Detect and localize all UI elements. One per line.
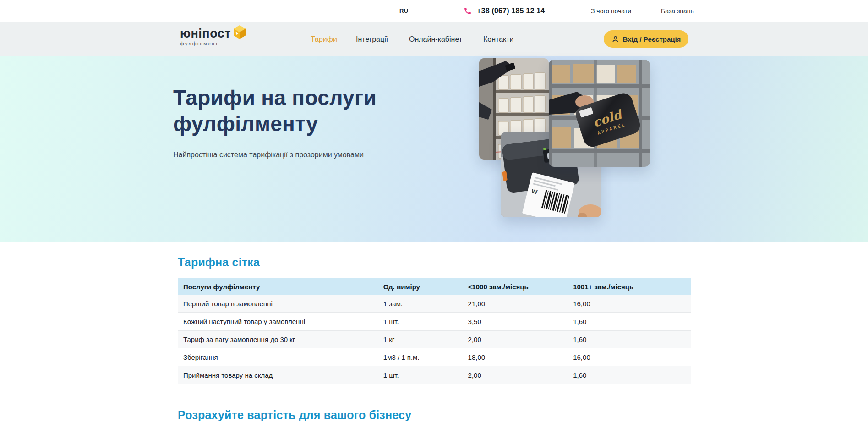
table-row: Перший товар в замовленні 1 зам. 21,00 1… (178, 295, 691, 313)
logo[interactable]: юніпост фулфілмент (180, 27, 249, 53)
table-row: Кожний наступний товар у замовленні 1 шт… (178, 313, 691, 331)
pricing-section-title: Тарифна сітка (178, 256, 260, 269)
phone-icon (464, 7, 472, 15)
cell-unit: 1 зам. (378, 295, 463, 313)
hero-subtitle: Найпростіша система тарифікації з прозор… (173, 151, 364, 159)
nav-online-cabinet[interactable]: Онлайн-кабінет (409, 22, 462, 56)
cell-service: Кожний наступний товар у замовленні (178, 313, 378, 331)
nav-contacts[interactable]: Контакти (483, 22, 514, 56)
package-scanning-photo: cold APPAREL (549, 60, 650, 167)
cell-service: Тариф за вагу замовлення до 30 кг (178, 331, 378, 348)
topbar-link-getting-started[interactable]: З чого почати (591, 0, 631, 22)
col-header-unit: Од. виміру (378, 278, 463, 295)
table-row: Тариф за вагу замовлення до 30 кг 1 кг 2… (178, 331, 691, 348)
topbar: RU +38 (067) 185 12 14 З чого почати Баз… (0, 0, 868, 22)
cell-service: Зберігання (178, 348, 378, 366)
phone-link[interactable]: +38 (067) 185 12 14 (464, 0, 545, 22)
main-header: юніпост фулфілмент Тарифи Інтеграції Онл… (0, 22, 868, 56)
logo-cube-icon (232, 24, 247, 40)
col-header-under-1000: <1000 зам./місяць (463, 278, 568, 295)
cell-price-low: 2,00 (463, 366, 568, 384)
nav-integrations[interactable]: Інтеграції (356, 22, 388, 56)
table-row: Зберігання 1м3 / 1 п.м. 18,00 16,00 (178, 348, 691, 366)
user-icon (611, 35, 619, 43)
table-row: Приймання товару на склад 1 шт. 2,00 1,6… (178, 366, 691, 384)
topbar-link-knowledge-base[interactable]: База знань (661, 0, 694, 22)
cell-price-high: 16,00 (568, 295, 691, 313)
cell-price-low: 21,00 (463, 295, 568, 313)
logo-tagline: фулфілмент (180, 41, 249, 46)
col-header-over-1001: 1001+ зам./місяць (568, 278, 691, 295)
login-register-button[interactable]: Вхід / Реєстрація (604, 30, 688, 48)
phone-number: +38 (067) 185 12 14 (477, 7, 545, 15)
cell-price-low: 3,50 (463, 313, 568, 331)
page-title: Тарифи на послуги фулфілменту (173, 85, 377, 137)
cell-unit: 1 шт. (378, 366, 463, 384)
cell-unit: 1м3 / 1 п.м. (378, 348, 463, 366)
cell-price-high: 16,00 (568, 348, 691, 366)
calculator-section-title: Розрахуйте вартість для вашого бізнесу (178, 408, 411, 422)
language-switcher[interactable]: RU (399, 0, 409, 22)
login-button-label: Вхід / Реєстрація (623, 35, 681, 43)
pricing-table: Послуги фулфілменту Од. виміру <1000 зам… (178, 278, 691, 384)
cell-service: Приймання товару на склад (178, 366, 378, 384)
col-header-service: Послуги фулфілменту (178, 278, 378, 295)
nav-tariffs[interactable]: Тарифи (311, 22, 337, 56)
table-header-row: Послуги фулфілменту Од. виміру <1000 зам… (178, 278, 691, 295)
cell-unit: 1 кг (378, 331, 463, 348)
cell-price-low: 2,00 (463, 331, 568, 348)
page-title-line2: фулфілменту (173, 111, 377, 137)
cell-price-high: 1,60 (568, 366, 691, 384)
topbar-divider (647, 6, 647, 16)
cell-price-high: 1,60 (568, 313, 691, 331)
cell-unit: 1 шт. (378, 313, 463, 331)
cell-service: Перший товар в замовленні (178, 295, 378, 313)
page-title-line1: Тарифи на послуги (173, 85, 377, 111)
cell-price-low: 18,00 (463, 348, 568, 366)
hero-section: Тарифи на послуги фулфілменту Найпростіш… (0, 56, 868, 242)
cell-price-high: 1,60 (568, 331, 691, 348)
